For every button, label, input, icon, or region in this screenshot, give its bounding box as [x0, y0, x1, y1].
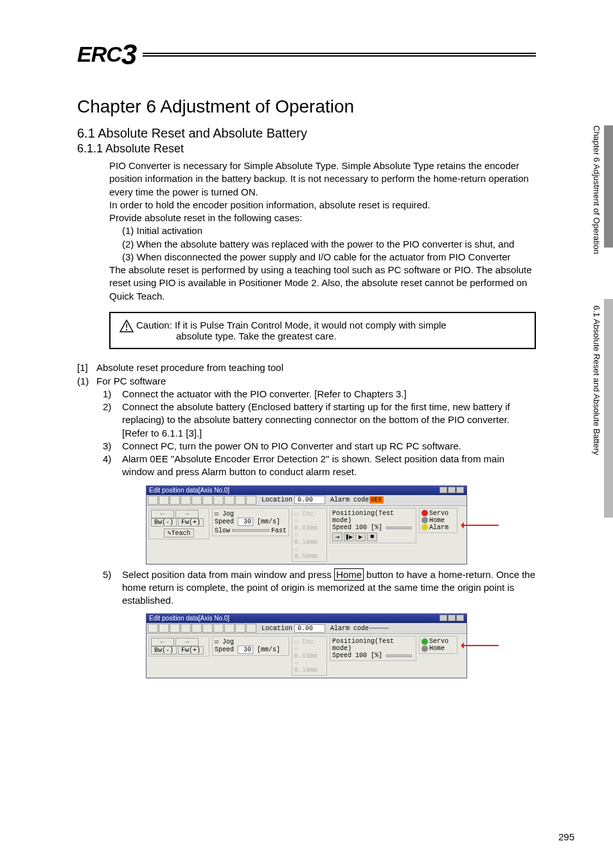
- paren-1-label: (1): [77, 374, 96, 388]
- shot1-inc-v2: 0.10mm: [294, 539, 317, 546]
- shot1-fast-label: Fast: [271, 527, 287, 534]
- shot2-servo-led: [422, 638, 428, 645]
- shot1-inc-v1: 0.03mm: [294, 525, 317, 532]
- tb-icon: [181, 496, 191, 505]
- shot1-stop-icon: ■: [367, 532, 377, 541]
- shot2-speed-label: Speed: [215, 646, 234, 653]
- tb-icon: [191, 624, 202, 633]
- tb-icon: [170, 496, 180, 505]
- step1-text: Connect the actuator with the PIO conver…: [122, 388, 536, 401]
- shot2-alarm-label: Alarm code: [330, 625, 369, 632]
- screenshot-1: Edit position data[Axis No.0] Location 0…: [146, 485, 467, 565]
- step1-num: 1): [103, 388, 122, 401]
- step2-num: 2): [103, 401, 122, 440]
- shot1-slow-label: Slow: [215, 527, 230, 534]
- home-button-ref: Home: [334, 568, 364, 581]
- tb-icon: [148, 624, 158, 633]
- shot2-inc-v1: 0.03mm: [294, 653, 317, 660]
- shot1-fw-label: Fw(+): [178, 518, 204, 527]
- tb-icon: [191, 496, 202, 505]
- shot2-posmode: Positioning(Test mode): [332, 638, 414, 652]
- shot1-location-label: Location: [262, 496, 292, 503]
- tb-icon: [246, 624, 256, 633]
- bracket-1-label: [1]: [77, 361, 96, 374]
- step5-num: 5): [103, 568, 122, 608]
- page-number: 295: [558, 831, 574, 842]
- shot1-speed-value: 30: [238, 518, 253, 526]
- section-6-1-title: 6.1 Absolute Reset and Absolute Battery: [77, 126, 536, 141]
- shot1-alarm-code: 0EE: [369, 496, 384, 503]
- intro-p4: The absolute reset is performed by using…: [109, 264, 536, 303]
- shot2-callout-arrow: [463, 645, 499, 646]
- shot2-window-buttons: [439, 615, 464, 622]
- shot2-home-led: [422, 646, 428, 652]
- shot2-fw-label: Fw(+): [178, 646, 204, 655]
- tb-icon: [235, 624, 245, 633]
- shot1-teach-button: ✎Teach: [164, 529, 193, 538]
- shot1-servo-led: [422, 510, 428, 516]
- shot2-fw-button: →: [175, 638, 199, 646]
- chapter-title: Chapter 6 Adjustment of Operation: [77, 96, 536, 117]
- shot1-goto-icon: ⇥: [332, 532, 342, 541]
- shot1-alarm-label: Alarm code: [330, 496, 369, 503]
- case-3: (3) When disconnected the power supply a…: [122, 251, 536, 264]
- shot2-speed-unit: [mm/s]: [257, 646, 280, 653]
- warning-icon: [120, 320, 134, 332]
- caution-line1: Caution: If it is Pulse Train Control Mo…: [136, 320, 447, 330]
- svg-point-2: [126, 329, 127, 330]
- shot1-alarm-btn-label: Alarm: [429, 524, 449, 531]
- shot2-spd100: Speed 100 [%]: [332, 652, 382, 659]
- shot1-speed-label: Speed: [215, 518, 234, 525]
- step3-num: 3): [103, 440, 122, 453]
- shot1-bw-label: Bw(-): [151, 518, 177, 527]
- shot2-inc-label: Inc.: [302, 638, 317, 646]
- intro-p1: PIO Converter is necessary for Simple Ab…: [109, 159, 536, 199]
- shot1-jog-label: Jog: [222, 511, 234, 518]
- shot2-alarm-code-empty: [369, 628, 389, 629]
- brand-text-2: 3: [121, 39, 136, 70]
- section-6-1-1-title: 6.1.1 Absolute Reset: [77, 142, 536, 156]
- shot2-location-label: Location: [262, 625, 292, 632]
- logo-rule: [143, 53, 536, 57]
- shot1-home-label: Home: [429, 517, 445, 524]
- step5-text: Select position data from main window an…: [122, 568, 536, 608]
- logo-row: ERC3: [77, 39, 536, 71]
- brand-logo: ERC3: [77, 39, 136, 71]
- tb-icon: [224, 496, 235, 505]
- shot1-inc-v3: 0.50mm: [294, 553, 317, 560]
- shot2-servo-label: Servo: [429, 638, 449, 645]
- tb-icon: [202, 496, 213, 505]
- tb-icon: [235, 496, 245, 505]
- shot1-fw-button: →: [175, 510, 199, 518]
- tb-icon: [246, 496, 256, 505]
- tb-icon: [213, 496, 224, 505]
- tb-icon: [159, 624, 169, 633]
- step4-num: 4): [103, 453, 122, 479]
- tb-icon: [202, 624, 213, 633]
- shot2-jog-label: Jog: [222, 638, 234, 646]
- shot2-inc-v2: 0.10mm: [294, 667, 317, 674]
- case-1: (1) Initial activation: [122, 224, 536, 237]
- tb-icon: [181, 624, 191, 633]
- shot2-home-label: Home: [429, 645, 445, 652]
- bracket-1-title: Absolute reset procedure from teaching t…: [96, 361, 283, 374]
- shot1-spd100: Speed 100 [%]: [332, 524, 382, 531]
- paren-1-title: For PC software: [96, 374, 166, 388]
- shot2-bw-label: Bw(-): [151, 646, 177, 655]
- tb-icon: [170, 624, 180, 633]
- shot1-step-icon: ❚▶: [344, 532, 354, 541]
- shot2-title: Edit position data[Axis No.0]: [149, 615, 229, 622]
- tb-icon: [224, 624, 235, 633]
- shot2-speed-value: 30: [238, 646, 253, 654]
- caution-box: Caution: If it is Pulse Train Control Mo…: [109, 312, 536, 349]
- shot1-servo-label: Servo: [429, 510, 449, 517]
- intro-p3: Provide absolute reset in the following …: [109, 212, 536, 224]
- brand-text-1: ERC: [77, 42, 121, 66]
- intro-p2: In order to hold the encoder position in…: [109, 199, 536, 212]
- shot1-play-icon: ▶: [355, 532, 366, 541]
- shot1-inc-label: Inc.: [302, 511, 317, 518]
- shot2-bw-button: ←: [151, 638, 174, 646]
- side-tab-section: 6.1 Absolute Reset and Absolute Battery: [592, 305, 601, 455]
- shot1-location-value: 0.00: [294, 496, 325, 504]
- step2-text: Connect the absolute battery (Enclosed b…: [122, 401, 536, 440]
